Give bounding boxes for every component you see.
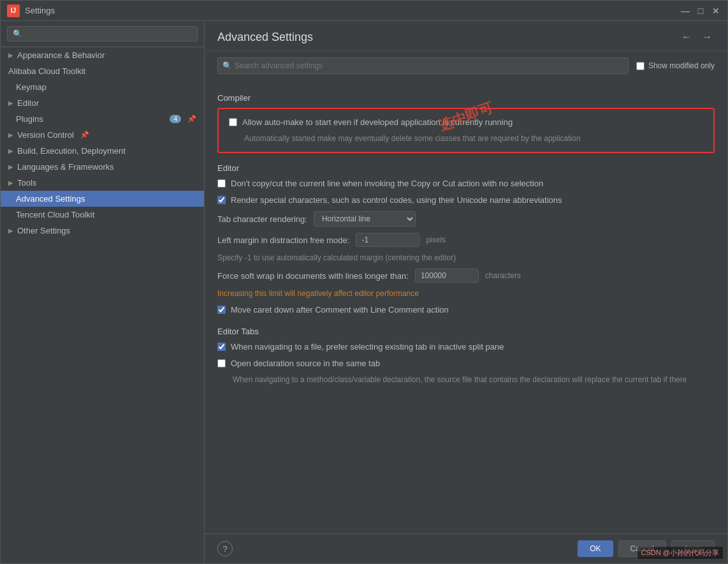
apply-button[interactable]: Apply [671,540,715,557]
compiler-setting-1-label[interactable]: Allow auto-make to start even if develop… [229,117,513,128]
editor-tabs-setting-1: When navigating to a file, prefer select… [217,341,715,353]
left-margin-input[interactable] [356,233,419,247]
close-button[interactable]: ✕ [711,6,721,16]
chevron-right-icon: ▶ [8,100,13,107]
minimize-button[interactable]: — [680,6,690,16]
sidebar-item-label: Languages & Frameworks [17,162,114,172]
show-modified-checkbox[interactable] [636,62,644,70]
editor-setting-2-label[interactable]: Render special characters, such as contr… [217,195,562,206]
chevron-right-icon: ▶ [8,227,13,234]
editor-setting-1-checkbox[interactable] [217,179,226,188]
compiler-section-box: 选中即可 Allow auto-make to start even if de… [217,108,715,153]
sidebar-item-label: Editor [17,98,39,108]
search-input[interactable] [217,57,629,74]
move-caret-label[interactable]: Move caret down after Comment with Line … [217,304,449,316]
pin-icon: 📌 [187,115,196,123]
sidebar-item-label: Tools [17,178,36,188]
sidebar-item-label: Keymap [16,82,47,92]
sidebar-item-label: Tencent Cloud Toolkit [16,210,94,219]
editor-setting-2: Render special characters, such as contr… [217,195,715,206]
sidebar-item-tencent-cloud-toolkit[interactable]: Tencent Cloud Toolkit [1,207,204,223]
header-nav: ← → [679,30,715,44]
force-wrap-setting: Force soft wrap in documents with lines … [217,269,715,283]
pin-icon: 📌 [80,131,89,139]
main-content: ▶ Appearance & Behavior Alibaba Cloud To… [1,21,727,563]
window-controls: — □ ✕ [680,6,721,16]
move-caret-setting: Move caret down after Comment with Line … [217,304,715,316]
content-area: Advanced Settings ← → 🔍 Show modified on… [205,21,727,563]
sidebar-item-version-control[interactable]: ▶ Version Control 📌 [1,127,204,143]
tab-rendering-label: Tab character rendering: [217,214,307,224]
chevron-right-icon: ▶ [8,147,13,154]
sidebar-item-label: Build, Execution, Deployment [17,146,126,156]
show-modified-label: Show modified only [648,61,715,70]
left-margin-hint: Specify -1 to use automatically calculat… [217,253,715,262]
content-header: Advanced Settings ← → [205,21,727,51]
force-wrap-hint: Increasing this limit will negatively af… [217,289,715,298]
sidebar-item-label: Alibaba Cloud Toolkit [8,66,85,76]
editor-tabs-setting-1-label[interactable]: When navigating to a file, prefer select… [217,341,504,353]
editor-setting-2-checkbox[interactable] [217,196,226,204]
sidebar-item-alibaba-cloud-toolkit[interactable]: Alibaba Cloud Toolkit [1,63,204,79]
sidebar-search-container [1,21,204,47]
nav-back-button[interactable]: ← [679,30,694,44]
left-margin-unit: pixels [426,235,446,244]
editor-tabs-setting-2-description: When navigating to a method/class/variab… [233,375,715,385]
sidebar-item-keymap[interactable]: Keymap [1,79,204,95]
editor-setting-1-label[interactable]: Don't copy/cut the current line when inv… [217,178,543,189]
show-modified-container: Show modified only [636,61,715,70]
editor-tabs-setting-1-checkbox[interactable] [217,343,226,351]
settings-window: IJ Settings — □ ✕ ▶ Appearance & Behavio… [0,0,728,564]
sidebar: ▶ Appearance & Behavior Alibaba Cloud To… [1,21,205,563]
force-wrap-label: Force soft wrap in documents with lines … [217,271,409,281]
sidebar-item-other-settings[interactable]: ▶ Other Settings [1,223,204,239]
chevron-right-icon: ▶ [8,52,13,59]
editor-tabs-setting-2-label[interactable]: Open declaration source in the same tab [217,358,380,369]
force-wrap-input[interactable] [415,269,479,283]
left-margin-label: Left margin in distraction free mode: [217,235,349,245]
compiler-setting-1: Allow auto-make to start even if develop… [229,117,703,128]
search-input-wrapper: 🔍 [217,57,629,74]
tab-rendering-setting: Tab character rendering: Horizontal line… [217,211,715,226]
editor-tabs-setting-2: Open declaration source in the same tab [217,358,715,369]
left-margin-setting: Left margin in distraction free mode: pi… [217,233,715,247]
window-title: Settings [25,6,680,15]
sidebar-item-appearance-behavior[interactable]: ▶ Appearance & Behavior [1,47,204,63]
titlebar: IJ Settings — □ ✕ [1,1,727,21]
force-wrap-unit: characters [485,271,521,280]
footer: ? OK Cancel Apply [205,533,727,563]
move-caret-checkbox[interactable] [217,306,226,314]
ok-button[interactable]: OK [578,540,613,557]
search-icon: 🔍 [222,61,232,70]
search-bar: 🔍 Show modified only [205,51,727,80]
content-body: Compiler 选中即可 Allow auto-make to start e… [205,80,727,533]
plugins-badge: 4 [170,115,181,123]
sidebar-item-label: Advanced Settings [16,194,85,204]
tab-rendering-select[interactable]: Horizontal line Arrow None [314,211,416,226]
maximize-button[interactable]: □ [695,6,706,16]
compiler-setting-1-description: Automatically started make may eventuall… [244,133,703,144]
editor-tabs-section-title: Editor Tabs [217,327,715,336]
chevron-right-icon: ▶ [8,179,13,186]
sidebar-item-plugins[interactable]: Plugins 4 📌 [1,111,204,127]
chevron-right-icon: ▶ [8,131,13,138]
sidebar-item-advanced-settings[interactable]: Advanced Settings [1,191,204,207]
sidebar-item-editor[interactable]: ▶ Editor [1,95,204,111]
nav-forward-button[interactable]: → [699,30,715,44]
help-button[interactable]: ? [217,541,233,556]
sidebar-item-tools[interactable]: ▶ Tools [1,175,204,191]
chevron-right-icon: ▶ [8,163,13,170]
app-logo: IJ [7,4,20,17]
compiler-setting-1-checkbox[interactable] [229,118,237,126]
editor-setting-1: Don't copy/cut the current line when inv… [217,178,715,189]
sidebar-item-label: Other Settings [17,226,70,235]
compiler-section-title: Compiler [217,93,715,103]
editor-section-title: Editor [217,163,715,173]
sidebar-item-label: Appearance & Behavior [17,50,105,60]
editor-tabs-setting-2-checkbox[interactable] [217,359,226,367]
sidebar-search-input[interactable] [7,26,198,41]
footer-right: OK Cancel Apply [578,540,715,557]
cancel-button[interactable]: Cancel [618,540,666,557]
sidebar-item-languages-frameworks[interactable]: ▶ Languages & Frameworks [1,159,204,175]
sidebar-item-build-execution-deployment[interactable]: ▶ Build, Execution, Deployment [1,143,204,159]
